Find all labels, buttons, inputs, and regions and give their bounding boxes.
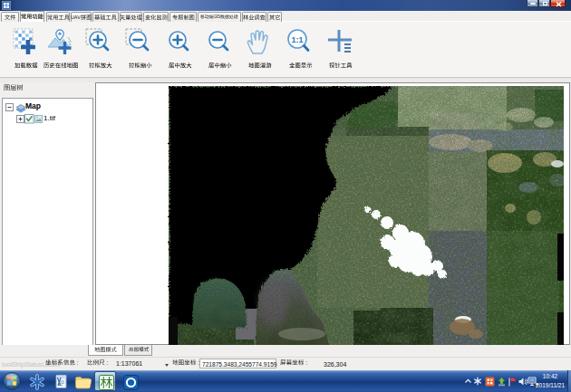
svg-text:V: V xyxy=(77,14,81,20)
svg-text:1.tif: 1.tif xyxy=(44,114,56,122)
svg-text::: : xyxy=(77,359,79,366)
svg-text:326,304: 326,304 xyxy=(324,361,346,368)
svg-text:721875.3483,2455774.9159: 721875.3483,2455774.9159 xyxy=(202,361,277,368)
svg-text:S: S xyxy=(218,14,220,19)
svg-text:1:137061: 1:137061 xyxy=(116,360,142,367)
svg-text::: : xyxy=(107,359,109,366)
svg-text:Map: Map xyxy=(25,101,41,110)
svg-text:1:1: 1:1 xyxy=(291,35,303,44)
svg-text::: : xyxy=(305,359,307,366)
